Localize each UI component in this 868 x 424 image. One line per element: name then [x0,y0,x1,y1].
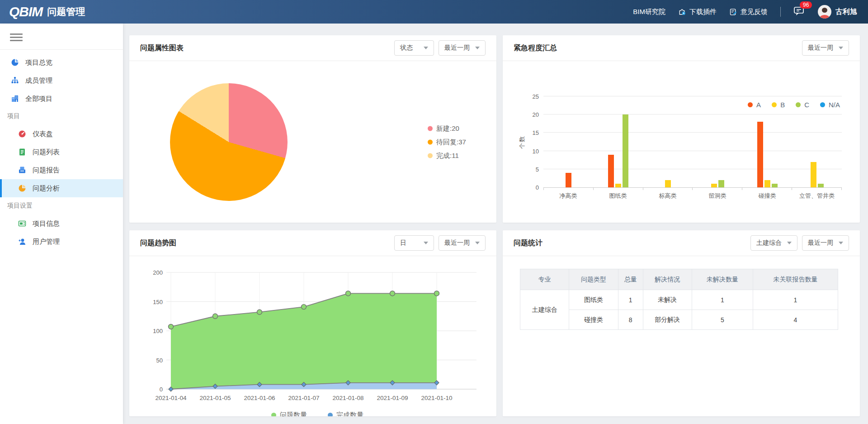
issue-report-icon [18,166,26,174]
messages-button[interactable]: 96 [793,6,805,18]
table-column-header: 未解决数量 [692,269,753,290]
x-axis-category-label: 碰撞类 [742,192,792,200]
sidebar-item-label: 项目信息 [33,219,60,228]
granularity-filter-dropdown[interactable]: 日 [394,235,434,251]
table-column-header: 解决情况 [643,269,692,290]
sidebar-collapse-button[interactable] [0,24,123,50]
sidebar-item-label: 全部项目 [25,95,52,103]
sidebar-item-issue-analysis[interactable]: 问题分析 [0,179,123,197]
svg-text:200: 200 [153,269,163,276]
legend-dot-icon [328,413,333,416]
dashboard-content: 问题属性图表 状态 最近一周 新建:20待回复:37完成:11 紧急程度汇总 [123,24,868,424]
members-icon [11,76,19,85]
sidebar-item-overview-pie[interactable]: 项目总览 [0,53,123,71]
table-row: 土建综合图纸类1未解决11 [520,290,838,310]
bar-legend-item: C [796,101,809,109]
sidebar-item-label: 问题报告 [33,166,60,175]
panel-issue-stats: 问题统计 土建综合 最近一周 专业问题类型总量解决情况未解决数量未关联报告数量土… [503,230,860,416]
sidebar-item-label: 项目总览 [25,58,52,67]
bar-legend-item: N/A [820,101,840,109]
nav-bim-institute[interactable]: BIM研究院 [633,8,665,16]
table-cell: 1 [753,290,838,310]
panel-title: 问题统计 [514,238,542,248]
x-axis-category-label: 留洞类 [693,192,742,200]
nav-download-plugin[interactable]: 下载插件 [678,8,717,16]
sidebar-item-label: 仪表盘 [33,130,53,138]
trend-legend-item: 完成数量 [328,411,363,416]
table-cell: 图纸类 [569,290,618,310]
bar-group-3 [643,96,693,187]
sidebar-item-issue-list[interactable]: 问题列表 [0,143,123,161]
trend-legend-item: 问题数量 [271,411,307,416]
top-header: QBIM 问题管理 BIM研究院 下载插件 意见反馈 96 古利旭 [0,0,868,24]
bar-group-1 [543,96,593,187]
bar-legend-item: A [748,101,761,109]
timerange-filter-dropdown[interactable]: 最近一周 [802,40,849,56]
table-cell: 未解决 [643,290,692,310]
issue-analysis-icon [18,184,26,192]
y-axis-tick: 10 [533,148,539,154]
caret-down-icon [475,242,480,244]
caret-down-icon [424,242,428,244]
bar-C [718,180,724,187]
sidebar-item-project-info[interactable]: 项目信息 [0,214,123,233]
sidebar-item-issue-report[interactable]: 问题报告 [0,161,123,179]
panel-title: 问题属性图表 [140,43,184,53]
sidebar-item-members[interactable]: 成员管理 [0,71,123,90]
timerange-filter-dropdown[interactable]: 最近一周 [439,235,486,251]
x-axis-category-label: 标高类 [643,192,693,200]
sidebar-section-label: 项目设置 [0,197,123,214]
urgency-bar-chart: 0510152025净高类图纸类标高类留洞类碰撞类立管、管井类ABCN/A个数 [543,96,842,188]
svg-text:0: 0 [160,386,163,393]
projects-building-icon [11,95,19,103]
app-logo: QBIM 问题管理 [9,4,85,19]
nav-feedback[interactable]: 意见反馈 [729,8,768,16]
unread-badge: 96 [800,1,812,9]
pie-legend: 新建:20待回复:37完成:11 [428,124,466,160]
user-menu[interactable]: 古利旭 [818,5,857,19]
bar-legend-item: B [772,101,785,109]
table-cell: 部分解决 [643,310,692,330]
discipline-filter-dropdown[interactable]: 土建综合 [750,235,797,251]
bar-group-5 [742,96,792,187]
app-title: 问题管理 [47,5,85,18]
svg-text:100: 100 [153,328,163,334]
svg-text:2021-01-05: 2021-01-05 [199,395,231,401]
sidebar-item-dashboard-gauge[interactable]: 仪表盘 [0,125,123,143]
svg-text:2021-01-04: 2021-01-04 [155,395,187,401]
table-cell: 1 [618,290,643,310]
timerange-filter-dropdown[interactable]: 最近一周 [802,235,849,251]
caret-down-icon [839,242,843,244]
svg-text:2021-01-10: 2021-01-10 [421,395,452,401]
timerange-filter-dropdown[interactable]: 最近一周 [439,40,486,56]
y-axis-title: 个数 [518,135,526,149]
trend-legend: 问题数量完成数量 [143,411,492,416]
status-pie-chart [170,83,288,201]
y-axis-tick: 0 [536,184,539,191]
table-cell: 4 [753,310,838,330]
caret-down-icon [424,47,428,49]
legend-dot-icon [772,102,777,107]
caret-down-icon [839,47,843,49]
status-filter-dropdown[interactable]: 状态 [394,40,434,56]
panel-title: 紧急程度汇总 [514,43,557,53]
panel-issue-trend: 问题趋势图 日 最近一周 0501001502002021-01-042021-… [129,230,496,416]
sidebar-item-label: 用户管理 [33,238,60,246]
bar-group-6 [792,96,842,187]
svg-text:2021-01-07: 2021-01-07 [288,395,319,401]
svg-text:50: 50 [156,357,163,364]
sidebar-item-user-management[interactable]: 用户管理 [0,233,123,251]
table-cell: 土建综合 [520,290,569,330]
avatar [818,5,831,19]
svg-text:150: 150 [153,299,163,305]
bar-group-4 [693,96,742,187]
legend-dot-icon [428,153,433,158]
issue-list-icon [18,148,26,156]
table-column-header: 总量 [618,269,643,290]
plugin-download-icon [678,8,686,16]
feedback-icon [729,8,737,16]
bar-C [623,114,628,187]
bar-B [711,184,717,187]
sidebar-item-projects-building[interactable]: 全部项目 [0,90,123,108]
bar-B [811,162,816,187]
